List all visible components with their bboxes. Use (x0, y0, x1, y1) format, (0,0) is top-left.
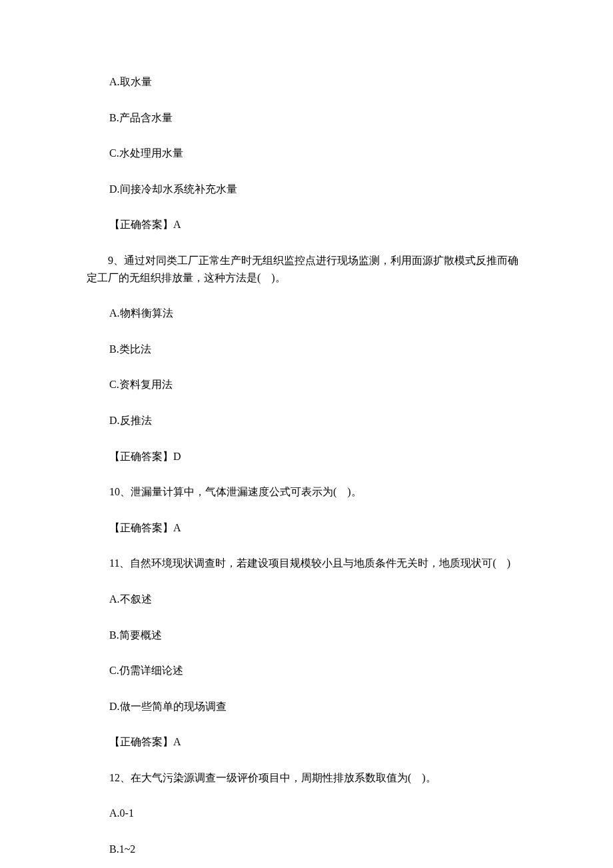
question-line: 11、自然环境现状调查时，若建设项目规模较小且与地质条件无关时，地质现状可( ) (87, 555, 526, 572)
answer-line: 【正确答案】A (87, 216, 526, 233)
text-line: D.反推法 (87, 412, 526, 429)
answer-line: 【正确答案】A (87, 733, 526, 751)
answer-line: 【正确答案】A (87, 519, 526, 537)
text-line: D.做一些简单的现场调查 (87, 698, 526, 715)
text-line: A.物料衡算法 (87, 305, 526, 322)
question-line: 10、泄漏量计算中，气体泄漏速度公式可表示为( )。 (87, 483, 526, 501)
text-line: B.简要概述 (87, 627, 526, 644)
question-line: 9、通过对同类工厂正常生产时无组织监控点进行现场监测，利用面源扩散模式反推而确定… (87, 252, 526, 286)
text-line: C.仍需详细论述 (87, 662, 526, 679)
text-line: C.水处理用水量 (87, 145, 526, 162)
text-line: A.0-1 (87, 805, 526, 822)
text-line: B.类比法 (87, 341, 526, 358)
text-line: B.产品含水量 (87, 109, 526, 127)
answer-line: 【正确答案】D (87, 448, 526, 465)
question-line: 12、在大气污染源调查一级评价项目中，周期性排放系数取值为( )。 (87, 769, 526, 787)
text-line: A.不叙述 (87, 591, 526, 608)
text-line: D.间接冷却水系统补充水量 (87, 181, 526, 198)
text-line: C.资料复用法 (87, 376, 526, 393)
document-page: A.取水量 B.产品含水量 C.水处理用水量 D.间接冷却水系统补充水量 【正确… (0, 0, 613, 868)
text-line: A.取水量 (87, 73, 526, 91)
text-line: B.1~2 (87, 841, 526, 858)
